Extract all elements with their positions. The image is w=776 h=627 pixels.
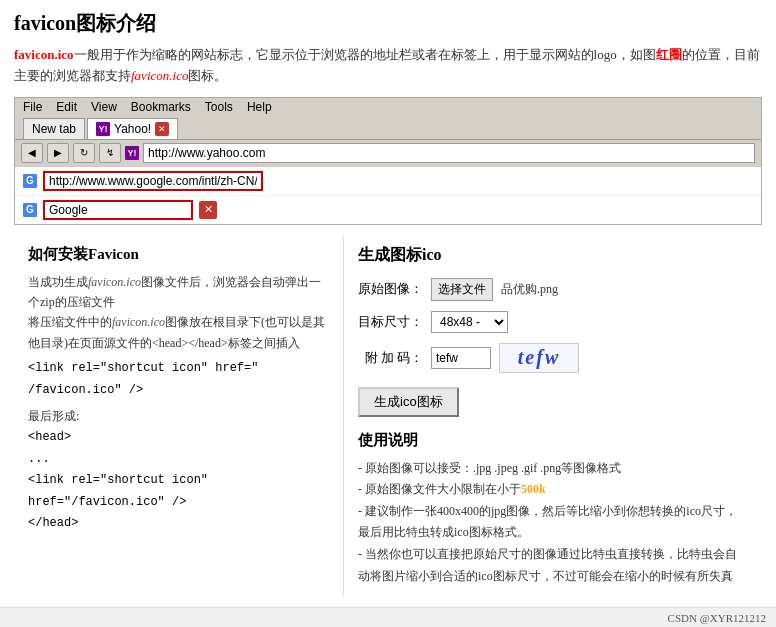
two-col-layout: 如何安装Favicon 当成功生成favicon.ico图像文件后，浏览器会自动…: [14, 235, 762, 598]
footer: CSDN @XYR121212: [0, 607, 776, 627]
reload-btn[interactable]: ↻: [73, 143, 95, 163]
yahoo-favicon: Y!: [96, 122, 110, 136]
captcha-image: tefw: [499, 343, 579, 373]
browser-menubar: File Edit View Bookmarks Tools Help: [15, 98, 761, 116]
code-link2: <link rel="shortcut icon" href="/favicon…: [28, 473, 208, 508]
usage-title: 使用说明: [358, 431, 748, 450]
right-column: 生成图标ico 原始图像： 选择文件 品优购.png 目标尺寸： 48x48 -…: [344, 235, 762, 598]
main-content: favicon图标介绍 favicon.ico一般用于作为缩略的网站标志，它显示…: [0, 0, 776, 607]
file-name: 品优购.png: [501, 281, 558, 298]
size-select[interactable]: 48x48 - 16x16 32x32 64x64 128x128: [431, 311, 508, 333]
google-bar: G: [15, 166, 761, 195]
footer-text: CSDN @XYR121212: [668, 612, 766, 624]
google-address-input[interactable]: [43, 171, 263, 191]
address-bar-container: Y!: [125, 143, 755, 163]
generate-btn-row: 生成ico图标: [358, 383, 748, 431]
code-head-open: <head>: [28, 430, 71, 444]
captcha-row: 附 加 码： tefw: [358, 343, 748, 373]
address-favicon: Y!: [125, 146, 139, 160]
google-favicon2: G: [23, 203, 37, 217]
address-bar[interactable]: [143, 143, 755, 163]
right-section-title: 生成图标ico: [358, 245, 748, 266]
size-limit: 500k: [521, 482, 546, 496]
tab-newtab[interactable]: New tab: [23, 118, 85, 139]
text-favicon1: favicon.ico: [88, 275, 141, 289]
browser-tabs: New tab Y! Yahoo! ✕: [15, 116, 761, 139]
text-favicon2: favicon.ico: [112, 315, 165, 329]
captcha-label: 附 加 码：: [358, 349, 423, 367]
tab-yahoo[interactable]: Y! Yahoo! ✕: [87, 118, 178, 139]
install-instructions: 当成功生成favicon.ico图像文件后，浏览器会自动弹出一个zip的压缩文件…: [28, 272, 329, 534]
red-circle-ref: 红圈: [656, 47, 682, 62]
favicon-highlight: favicon.ico: [14, 47, 74, 62]
forward-btn[interactable]: ▶: [47, 143, 69, 163]
favicon-italic-intro: favicon.ico: [131, 68, 188, 83]
browser-toolbar: ◀ ▶ ↻ ↯ Y!: [15, 139, 761, 166]
google-search-input[interactable]: [43, 200, 193, 220]
menu-tools[interactable]: Tools: [205, 100, 233, 114]
menu-file[interactable]: File: [23, 100, 42, 114]
left-column: 如何安装Favicon 当成功生成favicon.ico图像文件后，浏览器会自动…: [14, 235, 344, 598]
tab-close-btn[interactable]: ✕: [155, 122, 169, 136]
size-label: 目标尺寸：: [358, 313, 423, 331]
code-link1: <link rel="shortcut icon" href=" /favico…: [28, 361, 258, 396]
menu-bookmarks[interactable]: Bookmarks: [131, 100, 191, 114]
usage-text: - 原始图像可以接受：.jpg .jpeg .gif .png等图像格式 - 原…: [358, 458, 748, 588]
menu-edit[interactable]: Edit: [56, 100, 77, 114]
captcha-input[interactable]: [431, 347, 491, 369]
stop-btn[interactable]: ↯: [99, 143, 121, 163]
google-close[interactable]: ✕: [199, 201, 217, 219]
image-row: 原始图像： 选择文件 品优购.png: [358, 278, 748, 301]
code-ellipsis: ...: [28, 452, 50, 466]
google-search-bar: G ✕: [15, 195, 761, 224]
intro-text: favicon.ico一般用于作为缩略的网站标志，它显示位于浏览器的地址栏或者在…: [14, 45, 762, 87]
page-title: favicon图标介绍: [14, 10, 762, 37]
tab-yahoo-label: Yahoo!: [114, 122, 151, 136]
size-row: 目标尺寸： 48x48 - 16x16 32x32 64x64 128x128: [358, 311, 748, 333]
code-head-close: </head>: [28, 516, 78, 530]
left-section-title: 如何安装Favicon: [28, 245, 329, 264]
choose-file-button[interactable]: 选择文件: [431, 278, 493, 301]
generate-button[interactable]: 生成ico图标: [358, 387, 459, 417]
google-favicon: G: [23, 174, 37, 188]
menu-view[interactable]: View: [91, 100, 117, 114]
back-btn[interactable]: ◀: [21, 143, 43, 163]
browser-mockup: File Edit View Bookmarks Tools Help New …: [14, 97, 762, 225]
image-label: 原始图像：: [358, 280, 423, 298]
tab-newtab-label: New tab: [32, 122, 76, 136]
menu-help[interactable]: Help: [247, 100, 272, 114]
